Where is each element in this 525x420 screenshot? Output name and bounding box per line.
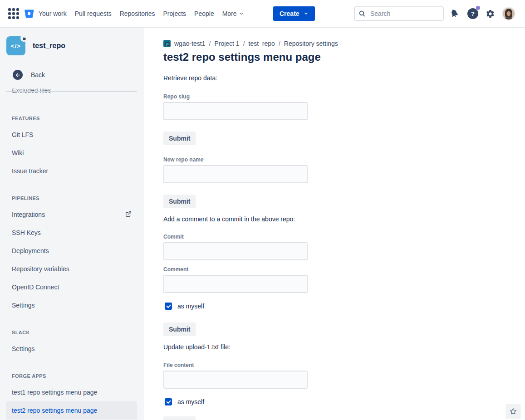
repo-avatar: </>: [6, 36, 25, 55]
lock-icon: [20, 34, 28, 42]
commit-input[interactable]: [163, 242, 308, 260]
breadcrumb-workspace[interactable]: wgao-test1: [174, 40, 205, 47]
help-icon: ?: [467, 8, 478, 19]
sidebar-item-label: Git LFS: [12, 131, 33, 138]
help-button[interactable]: ?: [467, 0, 478, 27]
intro-retrieve-text: Retrieve repo data:: [163, 73, 507, 83]
as-myself-checkbox-update[interactable]: [165, 398, 172, 405]
breadcrumb-project[interactable]: Project 1: [214, 40, 239, 47]
bitbucket-repo-settings-page: Your work Pull requests Repositories Pro…: [0, 0, 525, 420]
as-myself-label: as myself: [177, 398, 204, 405]
sidebar-item-deployments[interactable]: Deployments: [6, 242, 137, 260]
section-heading-slack: SLACK: [0, 329, 144, 336]
repo-sidebar: </> test_repo Back Excluded files: [0, 28, 144, 420]
code-icon: </>: [11, 43, 21, 49]
new-repo-name-label: New repo name: [163, 156, 507, 163]
top-navigation-bar: Your work Pull requests Repositories Pro…: [0, 0, 525, 28]
sidebar-divider: [6, 91, 137, 92]
notification-dot: [476, 6, 480, 10]
search-icon: [358, 10, 366, 19]
primary-nav: Your work Pull requests Repositories Pro…: [39, 0, 244, 27]
sidebar-item-label: Wiki: [12, 149, 24, 156]
submit-update-button[interactable]: Submit: [163, 416, 196, 420]
file-content-label: File content: [163, 361, 507, 369]
chevron-down-icon: [239, 10, 244, 17]
nav-projects[interactable]: Projects: [163, 10, 186, 17]
sidebar-item-label: Integrations: [12, 211, 45, 218]
section-heading-features: FEATURES: [0, 115, 144, 122]
chevron-down-icon: [304, 10, 309, 17]
scroll-fade: [0, 86, 144, 91]
as-myself-checkbox-comment[interactable]: [165, 303, 172, 310]
section-forge-apps-items: test1 repo settings menu page test2 repo…: [0, 383, 144, 420]
sidebar-item-test2-forge-page[interactable]: test2 repo settings menu page: [6, 401, 137, 420]
search-box: [354, 6, 444, 21]
breadcrumb-current: Repository settings: [284, 40, 338, 47]
notification-bell-icon[interactable]: [450, 0, 459, 27]
breadcrumb-repo-icon: [163, 40, 171, 47]
section-slack-items: Settings: [0, 340, 144, 358]
sidebar-item-openid-connect[interactable]: OpenID Connect: [6, 278, 137, 296]
repo-slug-input[interactable]: [163, 102, 308, 120]
search-input[interactable]: [354, 6, 444, 21]
intro-update-text: Update upload-1.txt file:: [163, 342, 507, 352]
sidebar-item-integrations[interactable]: Integrations: [6, 205, 137, 224]
app-switcher-icon[interactable]: [8, 8, 19, 19]
back-button[interactable]: Back: [13, 70, 137, 80]
sidebar-item-label: Issue tracker: [12, 167, 48, 175]
commit-label: Commit: [163, 233, 507, 240]
sidebar-item-repository-variables[interactable]: Repository variables: [6, 260, 137, 278]
user-avatar[interactable]: [503, 0, 515, 27]
sidebar-item-label: test2 repo settings menu page: [12, 407, 97, 414]
sidebar-item-label: Repository variables: [12, 265, 69, 273]
nav-people[interactable]: People: [194, 10, 214, 17]
nav-more[interactable]: More: [222, 10, 244, 17]
new-repo-name-input[interactable]: [163, 165, 308, 183]
section-heading-pipelines: PIPELINES: [0, 195, 144, 202]
breadcrumb-separator: /: [209, 40, 211, 47]
bitbucket-logo[interactable]: [23, 7, 35, 20]
sidebar-item-issue-tracker[interactable]: Issue tracker: [6, 162, 137, 180]
nav-repositories[interactable]: Repositories: [120, 10, 155, 17]
section-pipelines-items: Integrations SSH Keys Deployments Reposi…: [0, 205, 144, 314]
page-title: test2 repo settings menu page: [163, 51, 507, 63]
as-myself-label: as myself: [177, 303, 204, 310]
star-button[interactable]: [506, 404, 520, 419]
sidebar-item-label: test1 repo settings menu page: [12, 389, 97, 396]
nav-more-label: More: [222, 10, 237, 17]
breadcrumb-separator: /: [279, 40, 280, 47]
star-icon: [510, 408, 517, 415]
back-label: Back: [31, 71, 45, 78]
sidebar-item-label: Deployments: [12, 247, 49, 254]
sidebar-item-git-lfs[interactable]: Git LFS: [6, 126, 137, 144]
as-myself-row-update: as myself: [163, 397, 507, 406]
sidebar-item-label: Settings: [12, 345, 35, 352]
breadcrumb: wgao-test1 / Project 1 / test_repo / Rep…: [163, 39, 507, 48]
file-content-input[interactable]: [163, 371, 308, 389]
back-arrow-icon: [13, 70, 23, 80]
comment-input[interactable]: [163, 275, 308, 293]
create-button[interactable]: Create: [273, 6, 315, 21]
sidebar-item-wiki[interactable]: Wiki: [6, 144, 137, 162]
settings-gear-icon[interactable]: [486, 0, 495, 27]
breadcrumb-repo[interactable]: test_repo: [249, 40, 275, 47]
section-features-items: Git LFS Wiki Issue tracker: [0, 126, 144, 180]
submit-comment-button[interactable]: Submit: [163, 322, 196, 336]
external-link-icon: [125, 211, 132, 219]
sidebar-item-pipelines-settings[interactable]: Settings: [6, 296, 137, 314]
submit-retrieve-button[interactable]: Submit: [163, 132, 196, 145]
sidebar-item-slack-settings[interactable]: Settings: [6, 340, 137, 358]
section-heading-forge-apps: FORGE APPS: [0, 372, 144, 380]
create-button-label: Create: [280, 10, 299, 17]
clipped-sidebar-item: Excluded files: [0, 86, 144, 96]
nav-your-work[interactable]: Your work: [39, 10, 67, 17]
main-content: wgao-test1 / Project 1 / test_repo / Rep…: [145, 28, 525, 420]
comment-label: Comment: [163, 266, 507, 273]
sidebar-item-label: OpenID Connect: [12, 283, 59, 291]
intro-comment-text: Add a comment to a commit in the above r…: [163, 215, 507, 224]
sidebar-item-test1-forge-page[interactable]: test1 repo settings menu page: [6, 383, 137, 401]
sidebar-item-ssh-keys[interactable]: SSH Keys: [6, 224, 137, 242]
nav-pull-requests[interactable]: Pull requests: [75, 10, 112, 17]
breadcrumb-separator: /: [243, 40, 245, 47]
submit-rename-button[interactable]: Submit: [163, 195, 196, 208]
